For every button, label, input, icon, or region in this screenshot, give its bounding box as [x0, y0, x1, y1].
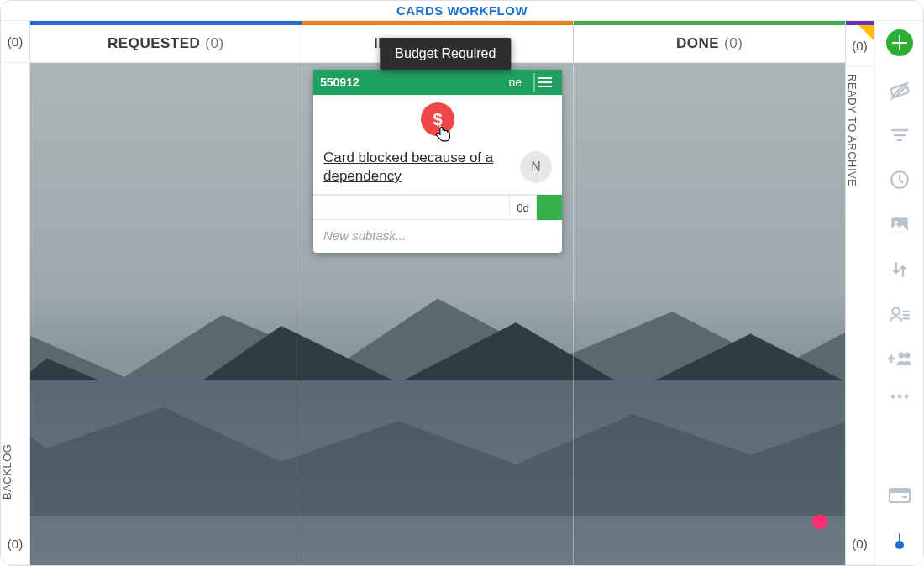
svg-point-10 — [904, 395, 908, 399]
archive-label: READY TO ARCHIVE — [846, 67, 858, 511]
timeline-handle[interactable] — [894, 533, 906, 558]
card-title[interactable]: Card blocked because of a dependency — [323, 149, 512, 186]
clock-icon[interactable] — [889, 169, 911, 191]
ticket-icon[interactable] — [889, 80, 911, 102]
more-icon[interactable] — [890, 392, 910, 401]
requested-body[interactable] — [30, 63, 302, 565]
card-assigned-fragment: ne — [503, 76, 527, 89]
svg-point-9 — [897, 395, 901, 399]
column-done[interactable]: DONE (0) — [573, 21, 845, 565]
svg-point-7 — [904, 353, 910, 359]
in-progress-body[interactable]: Budget Required 550912 ne $ — [302, 63, 574, 565]
svg-point-8 — [890, 395, 895, 399]
subtask-progress-bar[interactable] — [313, 195, 510, 220]
columns-container: REQUESTED (0) IN PROGRESS (1) Budget Req… — [30, 21, 845, 565]
archive-wip-triangle-icon — [858, 25, 874, 40]
card-subtask-row: 0d — [313, 195, 562, 220]
ready-to-archive-collapsed-column[interactable]: (0) READY TO ARCHIVE (0) — [845, 21, 874, 565]
requested-header-count: (0) — [205, 35, 223, 52]
done-body[interactable] — [574, 63, 845, 565]
card-owner-avatar[interactable]: N — [520, 151, 552, 183]
plus-icon — [892, 35, 907, 50]
backlog-label: BACKLOG — [1, 63, 13, 506]
sort-icon[interactable] — [890, 259, 910, 280]
budget-blocker-badge[interactable]: $ — [421, 102, 454, 136]
blocker-tooltip: Budget Required — [380, 38, 511, 70]
card-menu-button[interactable] — [533, 73, 555, 92]
new-subtask-input[interactable]: New subtask... — [313, 220, 562, 253]
add-group-icon[interactable] — [888, 349, 911, 369]
done-header-label: DONE — [676, 35, 719, 52]
svg-point-4 — [894, 221, 897, 224]
column-in-progress[interactable]: IN PROGRESS (1) Budget Required 550912 n… — [302, 21, 574, 565]
card-blocker-row: $ — [313, 95, 562, 144]
done-header-count: (0) — [724, 35, 743, 52]
notification-dot[interactable] — [812, 514, 827, 529]
board-title: CARDS WORKFLOW — [1, 1, 923, 21]
svg-point-5 — [892, 307, 900, 315]
backlog-collapsed-column[interactable]: (0) BACKLOG (0) — [1, 21, 30, 565]
backlog-count-bottom: (0) — [1, 523, 29, 565]
card-id[interactable]: 550912 — [320, 76, 360, 89]
image-icon[interactable] — [889, 214, 911, 236]
board-area: (0) BACKLOG (0) (0) READY TO ARCHIVE (0) — [1, 21, 874, 565]
card-header: 550912 ne — [313, 70, 562, 95]
svg-point-15 — [895, 541, 904, 549]
board-title-text: CARDS WORKFLOW — [396, 3, 528, 18]
card-title-row: Card blocked because of a dependency N — [313, 144, 562, 195]
column-requested[interactable]: REQUESTED (0) — [30, 21, 302, 565]
svg-rect-12 — [890, 489, 910, 493]
svg-rect-13 — [902, 496, 907, 498]
backlog-count-top: (0) — [1, 21, 29, 63]
svg-point-6 — [898, 353, 904, 359]
kanban-card[interactable]: Budget Required 550912 ne $ — [313, 70, 562, 253]
card-settings-icon[interactable] — [889, 488, 911, 505]
add-card-button[interactable] — [886, 29, 913, 56]
side-toolbar — [874, 21, 923, 565]
user-list-icon[interactable] — [889, 303, 911, 325]
kanban-app: CARDS WORKFLOW (0) BACKLOG (0) (0) READY… — [0, 0, 924, 566]
dollar-icon: $ — [433, 110, 442, 129]
requested-header[interactable]: REQUESTED (0) — [30, 25, 302, 63]
requested-header-label: REQUESTED — [108, 35, 200, 52]
done-header[interactable]: DONE (0) — [574, 25, 845, 63]
archive-count-bottom: (0) — [846, 523, 874, 565]
subtask-duration[interactable]: 0d — [510, 195, 537, 220]
card-owner-initial: N — [531, 160, 541, 175]
subtask-complete-button[interactable] — [537, 195, 562, 220]
filter-icon[interactable] — [890, 125, 910, 145]
blocker-tooltip-text: Budget Required — [395, 46, 496, 60]
